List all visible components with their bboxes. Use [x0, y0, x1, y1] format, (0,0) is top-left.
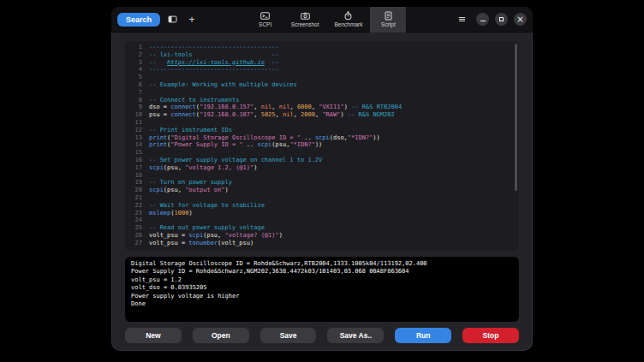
- sidebar-toggle-icon: [168, 15, 177, 24]
- code-line: 20scpi(psu, "output on"): [129, 187, 510, 194]
- code-line: 19-- Turn on power supply: [129, 179, 510, 187]
- line-number: 5: [129, 74, 142, 81]
- code-text: -- Read out power supply voltage: [149, 224, 265, 232]
- code-line: 1------------------------------------: [129, 44, 510, 51]
- code-text: scpi(psu, "voltage 1.2, (@1)"): [149, 164, 257, 172]
- code-line: 5: [129, 74, 510, 81]
- code-line: 7: [129, 89, 510, 97]
- stopwatch-icon: [343, 11, 353, 21]
- code-line: 17scpi(psu, "voltage 1.2, (@1)"): [129, 164, 510, 172]
- open-button[interactable]: Open: [193, 328, 249, 343]
- line-number: 15: [129, 149, 142, 157]
- line-number: 18: [129, 172, 142, 180]
- code-text: ------------------------------------: [149, 66, 279, 74]
- maximize-button[interactable]: [495, 13, 508, 26]
- line-number: 13: [129, 134, 142, 142]
- code-line: 14print("Power Supply ID = " .. scpi(psu…: [129, 141, 510, 149]
- terminal-icon: [260, 11, 270, 21]
- code-line: 11: [129, 119, 510, 127]
- line-number: 19: [129, 179, 142, 187]
- save-as-button[interactable]: Save As..: [327, 328, 384, 343]
- new-tab-button[interactable]: +: [184, 12, 200, 27]
- scrollbar-thumb[interactable]: [515, 44, 517, 191]
- console-line: Power Supply ID = Rohde&Schwarz,NGM202,3…: [131, 268, 513, 276]
- line-number: 8: [129, 97, 142, 104]
- action-bar: NewOpenSaveSave As..RunStop: [125, 328, 519, 343]
- save-button[interactable]: Save: [260, 328, 317, 343]
- code-line: 24: [129, 217, 510, 224]
- tab-bar: SCPI Screenshot Benchmark: [247, 7, 407, 33]
- tab-label: Script: [381, 21, 396, 27]
- tab-label: SCPI: [259, 21, 271, 27]
- line-number: 7: [129, 89, 142, 97]
- code-text: -- Connect to instruments: [149, 97, 239, 104]
- code-editor[interactable]: 1------------------------------------2--…: [125, 41, 519, 251]
- tab-script[interactable]: Script: [370, 7, 406, 33]
- code-line: 27volt_psu = tonumber(volt_psu): [129, 240, 510, 247]
- tab-label: Screenshot: [291, 21, 319, 27]
- line-number: 6: [129, 81, 142, 89]
- code-line: 10psu = connect("192.168.0.107", 5025, n…: [129, 111, 510, 119]
- search-button[interactable]: Search: [117, 13, 160, 27]
- new-button[interactable]: New: [125, 328, 182, 343]
- line-number: 21: [129, 194, 142, 202]
- line-number: 10: [129, 111, 142, 119]
- code-text: -- Print instrument IDs: [149, 127, 232, 134]
- code-line: 6-- Example: Working with multiple devic…: [129, 81, 510, 89]
- sidebar-toggle-button[interactable]: [164, 12, 180, 27]
- primary-menu-button[interactable]: [454, 12, 469, 27]
- code-line: 3-- https://lxi-tools.github.io --: [129, 59, 510, 67]
- line-number: 20: [129, 187, 142, 194]
- code-text: scpi(psu, "output on"): [149, 187, 229, 194]
- code-text: -- Wait for voltage to stabilize: [149, 202, 265, 210]
- code-text: volt_psu = tonumber(volt_psu): [149, 240, 253, 247]
- line-number: 26: [129, 232, 142, 240]
- code-line: 23msleep(1000): [129, 210, 510, 217]
- tab-scpi[interactable]: SCPI: [247, 7, 283, 33]
- line-number: 11: [129, 119, 142, 127]
- editor-scrollbar[interactable]: [515, 44, 517, 248]
- line-number: 14: [129, 141, 142, 149]
- stop-button[interactable]: Stop: [462, 328, 519, 343]
- minimize-button[interactable]: [476, 13, 489, 26]
- code-line: 25-- Read out power supply voltage: [129, 224, 510, 232]
- run-button[interactable]: Run: [395, 328, 451, 343]
- console-line: Digital Storage Oscilloscope ID = Rohde&…: [131, 260, 513, 268]
- line-number: 27: [129, 240, 142, 247]
- line-number: 1: [129, 44, 142, 51]
- code-text: -- https://lxi-tools.github.io --: [149, 59, 279, 67]
- code-line: 4------------------------------------: [129, 66, 510, 74]
- close-button[interactable]: ×: [514, 13, 527, 26]
- code-line: 26volt_psu = scpi(psu, "voltage? (@1)"): [129, 232, 510, 240]
- line-number: 17: [129, 164, 142, 172]
- line-number: 4: [129, 66, 142, 74]
- code-text: print("Power Supply ID = " .. scpi(psu,"…: [149, 141, 322, 149]
- code-text: volt_psu = scpi(psu, "voltage? (@1)"): [149, 232, 283, 240]
- tab-label: Benchmark: [335, 21, 363, 27]
- code-text: ------------------------------------: [149, 44, 279, 51]
- code-line: 22-- Wait for voltage to stabilize: [129, 202, 510, 210]
- app-window: Search + SCPI Sc: [111, 7, 533, 351]
- code-text: print("Digital Storage Oscilloscope ID =…: [149, 134, 380, 142]
- code-text: -- Turn on power supply: [149, 179, 232, 187]
- camera-icon: [301, 11, 310, 21]
- script-icon: [384, 11, 393, 21]
- hamburger-menu-icon: [457, 15, 467, 24]
- code-line: 21: [129, 194, 510, 202]
- maximize-icon: [499, 17, 504, 21]
- console-line: volt_psu = 1.2: [131, 276, 513, 284]
- line-number: 12: [129, 127, 142, 134]
- close-icon: ×: [516, 15, 523, 24]
- line-number: 16: [129, 157, 142, 164]
- tab-benchmark[interactable]: Benchmark: [327, 7, 371, 33]
- minimize-icon: [480, 21, 486, 22]
- console-line: Done: [131, 300, 513, 308]
- line-number: 2: [129, 51, 142, 59]
- line-number: 24: [129, 217, 142, 224]
- console-line: Power supply voltage is higher: [131, 293, 513, 300]
- tab-screenshot[interactable]: Screenshot: [283, 7, 327, 33]
- code-line: 15: [129, 149, 510, 157]
- code-text: dso = connect("192.168.0.157", nil, nil,…: [149, 104, 402, 111]
- code-line: 13print("Digital Storage Oscilloscope ID…: [129, 134, 510, 142]
- code-text: -- Set power supply voltage on channel 1…: [149, 157, 322, 164]
